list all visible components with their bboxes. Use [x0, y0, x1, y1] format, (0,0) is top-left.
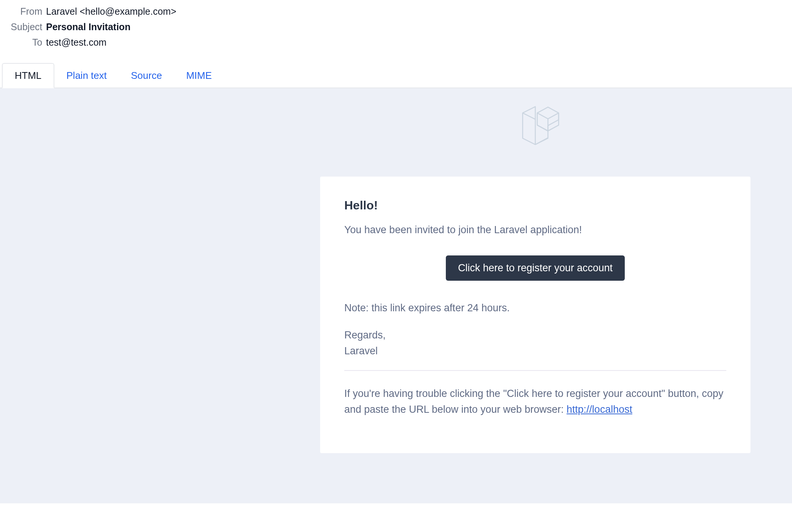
email-body-card: Hello! You have been invited to join the…	[320, 177, 750, 453]
tab-html[interactable]: HTML	[2, 63, 54, 88]
email-fallback-link[interactable]: http://localhost	[567, 404, 632, 415]
email-logo-wrap	[320, 102, 750, 177]
tab-source[interactable]: Source	[119, 64, 174, 88]
email-divider	[344, 370, 726, 371]
laravel-logo-icon	[511, 106, 560, 158]
email-subcopy-text: If you're having trouble clicking the "C…	[344, 388, 723, 415]
email-signoff: Regards, Laravel	[344, 328, 726, 359]
header-row-to: To test@test.com	[0, 35, 792, 50]
header-value-subject: Personal Invitation	[46, 22, 131, 32]
header-label-to: To	[0, 37, 46, 48]
header-label-from: From	[0, 6, 46, 17]
header-value-from: Laravel <hello@example.com>	[46, 6, 176, 17]
header-label-subject: Subject	[0, 22, 46, 32]
email-preview-stage: Hello! You have been invited to join the…	[0, 88, 792, 503]
email-headers: From Laravel <hello@example.com> Subject…	[0, 0, 792, 52]
email-greeting: Hello!	[344, 198, 726, 212]
email-action-row: Click here to register your account	[344, 255, 726, 281]
view-tabs: HTML Plain text Source MIME	[0, 63, 792, 88]
email-expiry-note: Note: this link expires after 24 hours.	[344, 300, 726, 316]
header-row-subject: Subject Personal Invitation	[0, 19, 792, 35]
header-row-from: From Laravel <hello@example.com>	[0, 4, 792, 19]
tab-plain[interactable]: Plain text	[54, 64, 119, 88]
header-value-to: test@test.com	[46, 37, 106, 48]
email-intro-text: You have been invited to join the Larave…	[344, 222, 726, 238]
register-account-button[interactable]: Click here to register your account	[446, 255, 625, 281]
email-subcopy: If you're having trouble clicking the "C…	[344, 386, 726, 418]
tab-mime[interactable]: MIME	[174, 64, 224, 88]
